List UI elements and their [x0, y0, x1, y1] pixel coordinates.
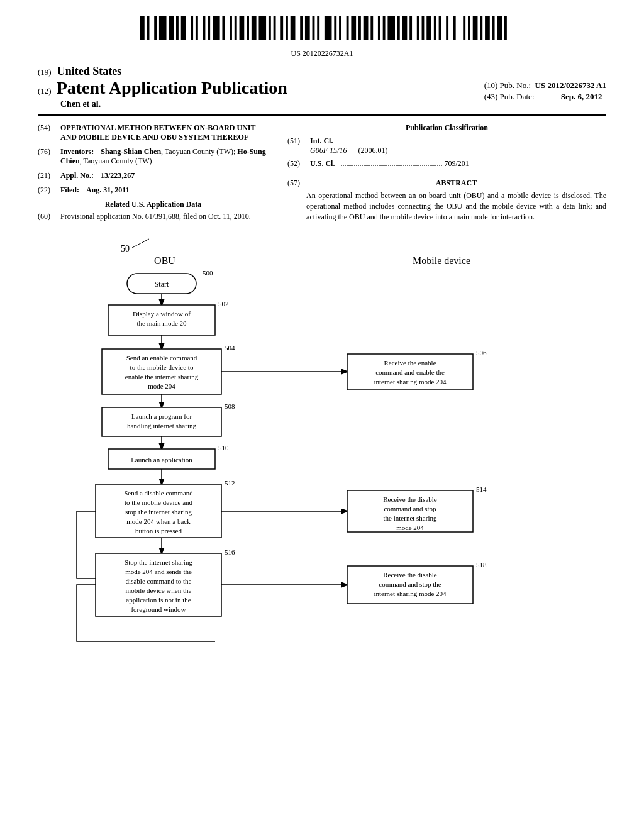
- svg-rect-31: [347, 16, 349, 40]
- svg-rect-45: [434, 16, 436, 40]
- svg-rect-44: [426, 16, 431, 40]
- node-516-line3: disable command to the: [126, 577, 192, 585]
- us-cl-label: U.S. Cl.: [310, 159, 335, 168]
- int-cl-content: Int. Cl. G06F 15/16 (2006.01): [310, 136, 387, 155]
- barcode-area: [38, 13, 606, 47]
- node-502-num: 502: [218, 300, 229, 307]
- node-518-line2: command and stop the: [379, 580, 441, 588]
- title-text: OPERATIONAL METHOD BETWEEN ON-BOARD UNIT…: [60, 123, 255, 141]
- svg-rect-18: [258, 16, 266, 40]
- svg-rect-55: [497, 16, 502, 40]
- appl-label: Appl. No.:: [60, 171, 94, 180]
- abstract-row: (57) ABSTRACT An operational method betw…: [287, 179, 606, 222]
- appl-num: (21): [38, 171, 60, 180]
- svg-rect-19: [269, 16, 271, 40]
- inventors-num: (76): [38, 147, 60, 166]
- svg-rect-8: [196, 16, 198, 40]
- svg-rect-29: [334, 16, 336, 40]
- filed-value: Aug. 31, 2011: [86, 185, 130, 194]
- svg-rect-42: [417, 16, 419, 40]
- svg-rect-34: [364, 16, 369, 40]
- inventors-content: Inventors: Shang-Shian Chen, Taoyuan Cou…: [60, 147, 269, 166]
- svg-line-60: [132, 239, 149, 248]
- svg-rect-51: [473, 16, 478, 40]
- svg-rect-27: [317, 16, 319, 40]
- pub-info: (10) Pub. No.: US 2012/0226732 A1 (43) P…: [484, 78, 606, 103]
- svg-rect-32: [351, 16, 356, 40]
- int-cl-num: (51): [287, 136, 310, 146]
- provisional-field: (60) Provisional application No. 61/391,…: [38, 212, 269, 221]
- node-508-line2: handling internet sharing: [127, 422, 196, 429]
- node-502-line2: the main mode 20: [136, 319, 187, 327]
- pub-classification: Publication Classification (51) Int. Cl.…: [287, 123, 606, 222]
- svg-rect-25: [305, 16, 310, 40]
- svg-rect-0: [140, 16, 145, 40]
- svg-rect-37: [383, 16, 386, 40]
- int-cl-label: Int. Cl.: [310, 136, 333, 145]
- node-512-line3: stop the internet sharing: [125, 508, 192, 516]
- pub-num-line: (10) Pub. No.: US 2012/0226732 A1: [484, 80, 606, 91]
- svg-rect-15: [240, 16, 245, 40]
- filed-field: (22) Filed: Aug. 31, 2011: [38, 185, 269, 195]
- provisional-content: Provisional application No. 61/391,688, …: [60, 212, 269, 221]
- us-label: (19) United States: [38, 65, 606, 78]
- svg-rect-7: [191, 16, 193, 40]
- svg-rect-23: [291, 16, 296, 40]
- svg-rect-50: [468, 16, 470, 40]
- svg-rect-48: [453, 16, 456, 40]
- pub-date-line: (43) Pub. Date: Sep. 6, 2012: [484, 92, 606, 102]
- node-512-line5: button is pressed: [135, 527, 182, 534]
- inventors-label: Inventors:: [60, 147, 94, 156]
- diagram-svg: 50 OBU Mobile device Start 500 Display a…: [39, 233, 605, 704]
- filed-content: Filed: Aug. 31, 2011: [60, 185, 269, 195]
- abstract-num: (57): [287, 179, 300, 222]
- abstract-section: (57) ABSTRACT An operational method betw…: [287, 179, 606, 222]
- us-cl-value: 709/201: [444, 159, 469, 168]
- int-cl-year: (2006.01): [358, 146, 387, 155]
- header-section: (19) United States (12) Patent Applicati…: [38, 65, 606, 116]
- node-512-line2: to the mobile device and: [125, 499, 193, 506]
- us-cl-dots: ........................................…: [340, 159, 442, 168]
- svg-rect-49: [463, 16, 465, 40]
- svg-rect-14: [235, 16, 237, 40]
- pub-num: US 2012/0226732 A1: [535, 80, 606, 90]
- node-504-line3: enable the internet sharing: [125, 373, 199, 380]
- svg-rect-3: [159, 16, 167, 40]
- svg-rect-5: [176, 16, 179, 40]
- appl-value: 13/223,267: [101, 171, 135, 180]
- node-514-line3: the internet sharing: [384, 514, 437, 522]
- mobile-col-label: Mobile device: [413, 255, 470, 266]
- related-title: Related U.S. Application Data: [38, 200, 269, 209]
- svg-rect-26: [313, 16, 315, 40]
- svg-rect-47: [446, 16, 448, 40]
- patent-number-top: US 20120226732A1: [38, 49, 606, 58]
- pub-date: Sep. 6, 2012: [561, 92, 602, 101]
- node-506-line2: command and enable the: [375, 368, 445, 376]
- node-504-line1: Send an enable command: [126, 354, 197, 362]
- svg-rect-6: [181, 16, 186, 40]
- int-cl-row: (51) Int. Cl. G06F 15/16 (2006.01): [287, 136, 606, 155]
- abstract-content: ABSTRACT An operational method between a…: [306, 179, 606, 222]
- svg-rect-11: [213, 16, 220, 40]
- svg-rect-20: [274, 16, 276, 40]
- patent-app-left: (12) Patent Application Publication Chen…: [38, 78, 287, 109]
- svg-rect-21: [280, 16, 283, 40]
- svg-rect-22: [286, 16, 288, 40]
- node-512-num: 512: [225, 479, 235, 487]
- node-514-line2: command and stop: [384, 505, 436, 512]
- right-col: Publication Classification (51) Int. Cl.…: [287, 123, 606, 226]
- kind-num: (12): [38, 86, 52, 96]
- diagram-area: 50 OBU Mobile device Start 500 Display a…: [38, 233, 606, 704]
- node-518-line3: internet sharing mode 204: [374, 590, 447, 597]
- pub-date-label: (43) Pub. Date:: [484, 92, 535, 101]
- svg-rect-46: [439, 16, 441, 40]
- classification-title: Publication Classification: [287, 123, 606, 133]
- node-510-num: 510: [218, 444, 229, 451]
- svg-rect-13: [230, 16, 232, 40]
- fig-num-label: 50: [121, 244, 130, 253]
- svg-rect-36: [378, 16, 380, 40]
- us-cl-row: (52) U.S. Cl. ..........................…: [287, 159, 606, 169]
- svg-rect-35: [370, 16, 373, 40]
- svg-rect-16: [247, 16, 249, 40]
- node-502-line1: Display a window of: [133, 310, 191, 318]
